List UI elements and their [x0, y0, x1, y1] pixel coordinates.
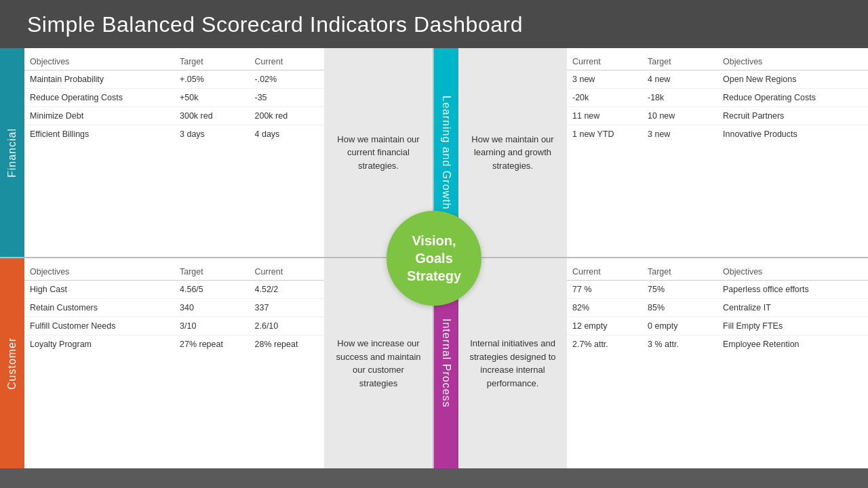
table-row: High Cast 4.56/5 4.52/2	[24, 281, 324, 299]
objective-cell: Fill Empty FTEs	[717, 317, 868, 336]
table-row: 11 new 10 new Recruit Partners	[567, 107, 868, 125]
customer-table: Objectives Target Current High Cast 4.56…	[24, 264, 324, 353]
dashboard: Financial Objectives Target Current Main…	[0, 48, 868, 468]
objective-cell: Employee Retention	[717, 336, 868, 354]
current-cell: 82%	[567, 299, 642, 317]
target-cell: 300k red	[174, 107, 250, 125]
current-cell: 12 empty	[567, 317, 642, 336]
current-cell: 1 new YTD	[567, 125, 642, 144]
table-row: 77 % 75% Paperless office efforts	[567, 281, 868, 299]
lg-col-current: Current	[567, 54, 642, 70]
target-cell: 3/10	[174, 317, 250, 336]
financial-label: Financial	[0, 48, 24, 257]
customer-label: Customer	[0, 258, 24, 468]
current-cell: -35	[250, 89, 325, 107]
target-cell: +.05%	[174, 70, 250, 89]
target-cell: 85%	[642, 299, 717, 317]
objective-cell: Paperless office efforts	[717, 281, 868, 299]
title-text: Simple Balanced Scorecard Indicators Das…	[27, 12, 523, 37]
table-row: Minimize Debt 300k red 200k red	[24, 107, 324, 125]
table-row: -20k -18k Reduce Operating Costs	[567, 89, 868, 107]
objective-cell: High Cast	[24, 281, 174, 299]
financial-table: Objectives Target Current Maintain Proba…	[24, 54, 324, 143]
table-row: 2.7% attr. 3 % attr. Employee Retention	[567, 336, 868, 354]
learning-table-panel: Current Target Objectives 3 new 4 new Op…	[567, 48, 868, 257]
table-row: Fulfill Customer Needs 3/10 2.6/10	[24, 317, 324, 336]
int-col-current: Current	[567, 264, 642, 281]
internal-table: Current Target Objectives 77 % 75% Paper…	[567, 264, 868, 353]
target-cell: 3 % attr.	[642, 336, 717, 354]
table-row: Maintain Probability +.05% -.02%	[24, 70, 324, 89]
current-cell: 2.6/10	[250, 317, 325, 336]
cust-col-current: Current	[250, 264, 325, 281]
fin-col-current: Current	[250, 54, 325, 70]
financial-table-panel: Objectives Target Current Maintain Proba…	[24, 48, 324, 257]
fin-col-target: Target	[174, 54, 250, 70]
target-cell: 340	[174, 299, 250, 317]
customer-table-panel: Objectives Target Current High Cast 4.56…	[24, 258, 324, 468]
current-cell: 4 days	[250, 125, 325, 144]
target-cell: 10 new	[642, 107, 717, 125]
current-cell: 4.52/2	[250, 281, 325, 299]
current-cell: 2.7% attr.	[567, 336, 642, 354]
objective-cell: Loyalty Program	[24, 336, 174, 354]
objective-cell: Innovative Products	[717, 125, 868, 144]
target-cell: -18k	[642, 89, 717, 107]
table-row: Efficient Billings 3 days 4 days	[24, 125, 324, 144]
table-row: 1 new YTD 3 new Innovative Products	[567, 125, 868, 144]
objective-cell: Recruit Partners	[717, 107, 868, 125]
lg-col-objectives: Objectives	[717, 54, 868, 70]
objective-cell: Open New Regions	[717, 70, 868, 89]
current-cell: 337	[250, 299, 325, 317]
learning-table: Current Target Objectives 3 new 4 new Op…	[567, 54, 868, 143]
cust-col-objectives: Objectives	[24, 264, 174, 281]
target-cell: 75%	[642, 281, 717, 299]
table-row: 3 new 4 new Open New Regions	[567, 70, 868, 89]
int-col-target: Target	[642, 264, 717, 281]
current-cell: 11 new	[567, 107, 642, 125]
learning-quadrant: Learning and Growth Current Target Objec…	[434, 48, 868, 258]
current-cell: 28% repeat	[250, 336, 325, 354]
table-row: 82% 85% Centralize IT	[567, 299, 868, 317]
center-line2: Goals	[415, 251, 453, 266]
learning-desc: How we maintain our learning and growth …	[458, 48, 567, 257]
objective-cell: Minimize Debt	[24, 107, 174, 125]
internal-quadrant: Internal Process Current Target Objectiv…	[434, 258, 868, 468]
current-cell: 77 %	[567, 281, 642, 299]
objective-cell: Reduce Operating Costs	[24, 89, 174, 107]
target-cell: 3 new	[642, 125, 717, 144]
table-row: Loyalty Program 27% repeat 28% repeat	[24, 336, 324, 354]
objective-cell: Retain Customers	[24, 299, 174, 317]
current-cell: -.02%	[250, 70, 325, 89]
current-cell: 3 new	[567, 70, 642, 89]
table-row: Retain Customers 340 337	[24, 299, 324, 317]
center-circle: Vision, Goals Strategy	[387, 211, 481, 306]
current-cell: -20k	[567, 89, 642, 107]
customer-quadrant: Customer Objectives Target Current High …	[0, 258, 434, 468]
fin-col-objectives: Objectives	[24, 54, 174, 70]
target-cell: 4.56/5	[174, 281, 250, 299]
internal-table-panel: Current Target Objectives 77 % 75% Paper…	[567, 258, 868, 468]
internal-desc: Internal initiatives and strategies desi…	[458, 258, 567, 468]
objective-cell: Centralize IT	[717, 299, 868, 317]
objective-cell: Maintain Probability	[24, 70, 174, 89]
target-cell: 3 days	[174, 125, 250, 144]
financial-quadrant: Financial Objectives Target Current Main…	[0, 48, 434, 258]
center-line1: Vision,	[412, 233, 456, 248]
current-cell: 200k red	[250, 107, 325, 125]
page-title: Simple Balanced Scorecard Indicators Das…	[0, 0, 868, 48]
cust-col-target: Target	[174, 264, 250, 281]
objective-cell: Reduce Operating Costs	[717, 89, 868, 107]
center-line3: Strategy	[407, 268, 461, 283]
int-col-objectives: Objectives	[717, 264, 868, 281]
target-cell: 27% repeat	[174, 336, 250, 354]
objective-cell: Efficient Billings	[24, 125, 174, 144]
table-row: Reduce Operating Costs +50k -35	[24, 89, 324, 107]
target-cell: +50k	[174, 89, 250, 107]
lg-col-target: Target	[642, 54, 717, 70]
objective-cell: Fulfill Customer Needs	[24, 317, 174, 336]
target-cell: 4 new	[642, 70, 717, 89]
target-cell: 0 empty	[642, 317, 717, 336]
table-row: 12 empty 0 empty Fill Empty FTEs	[567, 317, 868, 336]
